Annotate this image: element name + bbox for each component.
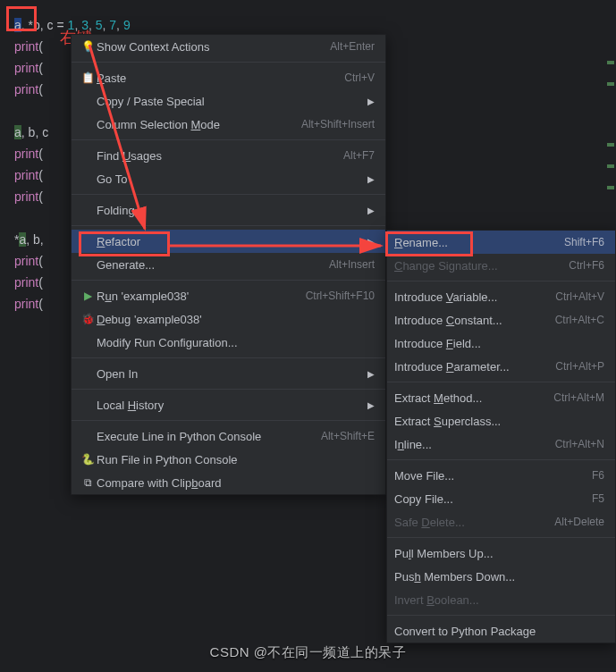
menu-separator xyxy=(72,194,385,195)
menu-label: Run File in Python Console xyxy=(97,453,375,466)
menu-open-in[interactable]: Open In▶ xyxy=(72,362,385,385)
menu-shortcut: Alt+Shift+Insert xyxy=(301,118,375,130)
menu-paste[interactable]: 📋PasteCtrl+V xyxy=(72,66,385,89)
menu-label: Move File... xyxy=(394,469,592,483)
gutter-mark[interactable] xyxy=(607,82,614,86)
menu-separator xyxy=(387,615,615,616)
compare-icon: ⧉ xyxy=(79,476,97,489)
paste-icon: 📋 xyxy=(79,71,97,84)
chevron-right-icon: ▶ xyxy=(367,400,375,410)
menu-label: Generate... xyxy=(97,258,329,272)
menu-separator xyxy=(72,420,385,421)
run-icon: ▶ xyxy=(79,290,97,302)
menu-label: Rename... xyxy=(394,236,564,249)
gutter-mark[interactable] xyxy=(607,164,614,168)
menu-label: Pull Members Up... xyxy=(394,547,604,560)
gutter-mark[interactable] xyxy=(607,61,614,64)
menu-folding[interactable]: Folding▶ xyxy=(72,198,385,222)
gutter-mark[interactable] xyxy=(607,143,614,147)
menu-label: Copy / Paste Special xyxy=(97,95,360,108)
submenu-convert-package[interactable]: Convert to Python Package xyxy=(387,619,615,643)
menu-shortcut: Ctrl+Shift+F10 xyxy=(306,290,375,302)
menu-label: Introduce Constant... xyxy=(394,314,555,327)
submenu-copy-file[interactable]: Copy File...F5 xyxy=(387,487,615,510)
menu-shortcut: Ctrl+V xyxy=(344,71,375,84)
submenu-intro-constant[interactable]: Introduce Constant...Ctrl+Alt+C xyxy=(387,308,615,332)
menu-copy-paste-special[interactable]: Copy / Paste Special▶ xyxy=(72,89,385,113)
menu-label: Refactor xyxy=(97,235,360,248)
debug-icon: 🐞 xyxy=(79,313,97,325)
menu-shortcut: Ctrl+Alt+C xyxy=(555,314,604,326)
menu-go-to[interactable]: Go To▶ xyxy=(72,167,385,190)
code-line[interactable]: a, *b, c = 1, 3, 5, 7, 9 xyxy=(0,14,616,36)
chevron-right-icon: ▶ xyxy=(367,206,375,215)
submenu-inline[interactable]: Inline...Ctrl+Alt+N xyxy=(387,433,615,456)
submenu-safe-delete: Safe Delete...Alt+Delete xyxy=(387,510,615,533)
chevron-right-icon: ▶ xyxy=(367,174,375,184)
menu-separator xyxy=(387,537,615,538)
chevron-right-icon: ▶ xyxy=(367,237,375,247)
menu-shortcut: Alt+Insert xyxy=(329,258,375,271)
menu-label: Introduce Variable... xyxy=(394,290,555,304)
menu-label: Folding xyxy=(97,204,360,217)
menu-shortcut: F5 xyxy=(592,492,604,505)
menu-label: Extract Superclass... xyxy=(394,415,604,428)
menu-label: Modify Run Configuration... xyxy=(97,336,375,349)
submenu-intro-field[interactable]: Introduce Field... xyxy=(387,332,615,355)
menu-label: Invert Boolean... xyxy=(394,593,604,607)
menu-compare-clipboard[interactable]: ⧉Compare with Clipboard xyxy=(72,471,385,494)
menu-modify-run-config[interactable]: Modify Run Configuration... xyxy=(72,331,385,354)
menu-separator xyxy=(72,280,385,281)
menu-label: Paste xyxy=(97,71,344,85)
menu-find-usages[interactable]: Find UsagesAlt+F7 xyxy=(72,144,385,167)
menu-separator xyxy=(387,459,615,460)
menu-refactor[interactable]: Refactor▶ xyxy=(72,230,385,253)
menu-shortcut: Alt+Delete xyxy=(554,516,604,528)
menu-shortcut: Ctrl+Alt+P xyxy=(555,360,604,373)
menu-shortcut: Alt+Shift+E xyxy=(321,430,375,442)
context-menu: 💡Show Context ActionsAlt+Enter 📋PasteCtr… xyxy=(71,34,386,495)
submenu-intro-parameter[interactable]: Introduce Parameter...Ctrl+Alt+P xyxy=(387,355,615,378)
menu-show-context-actions[interactable]: 💡Show Context ActionsAlt+Enter xyxy=(72,35,385,58)
annotation-box-variable xyxy=(6,6,37,31)
menu-label: Debug 'example038' xyxy=(97,313,375,326)
menu-shortcut: Shift+F6 xyxy=(564,236,604,248)
chevron-right-icon: ▶ xyxy=(367,97,375,106)
submenu-extract-superclass[interactable]: Extract Superclass... xyxy=(387,409,615,433)
chevron-right-icon: ▶ xyxy=(367,369,375,379)
menu-label: Run 'example038' xyxy=(97,290,306,303)
menu-shortcut: Alt+F7 xyxy=(343,149,375,162)
menu-separator xyxy=(72,62,385,63)
submenu-intro-variable[interactable]: Introduce Variable...Ctrl+Alt+V xyxy=(387,285,615,308)
gutter-mark[interactable] xyxy=(607,186,614,189)
menu-separator xyxy=(72,389,385,390)
menu-exec-line[interactable]: Execute Line in Python ConsoleAlt+Shift+… xyxy=(72,424,385,448)
menu-debug[interactable]: 🐞Debug 'example038' xyxy=(72,307,385,331)
submenu-move-file[interactable]: Move File...F6 xyxy=(387,464,615,487)
menu-label: Show Context Actions xyxy=(97,40,330,54)
submenu-push-down[interactable]: Push Members Down... xyxy=(387,565,615,588)
menu-run[interactable]: ▶Run 'example038'Ctrl+Shift+F10 xyxy=(72,284,385,307)
submenu-rename[interactable]: Rename...Shift+F6 xyxy=(387,231,615,254)
python-icon: 🐍 xyxy=(79,453,97,466)
menu-column-selection[interactable]: Column Selection ModeAlt+Shift+Insert xyxy=(72,113,385,136)
menu-label: Execute Line in Python Console xyxy=(97,430,321,443)
menu-label: Open In xyxy=(97,367,360,381)
menu-separator xyxy=(72,225,385,226)
menu-separator xyxy=(387,281,615,281)
refactor-submenu: Rename...Shift+F6 Change Signature...Ctr… xyxy=(386,230,616,643)
menu-shortcut: Ctrl+F6 xyxy=(569,259,604,272)
submenu-extract-method[interactable]: Extract Method...Ctrl+Alt+M xyxy=(387,386,615,409)
menu-label: Compare with Clipboard xyxy=(97,476,375,490)
menu-generate[interactable]: Generate...Alt+Insert xyxy=(72,253,385,276)
menu-run-file-console[interactable]: 🐍Run File in Python Console xyxy=(72,448,385,471)
submenu-pull-up[interactable]: Pull Members Up... xyxy=(387,542,615,565)
menu-label: Inline... xyxy=(394,438,555,451)
submenu-invert-boolean: Invert Boolean... xyxy=(387,588,615,611)
menu-separator xyxy=(387,382,615,382)
menu-label: Push Members Down... xyxy=(394,570,604,584)
menu-local-history[interactable]: Local History▶ xyxy=(72,393,385,416)
menu-label: Column Selection Mode xyxy=(97,118,301,131)
menu-label: Change Signature... xyxy=(394,259,569,273)
menu-label: Safe Delete... xyxy=(394,516,554,529)
